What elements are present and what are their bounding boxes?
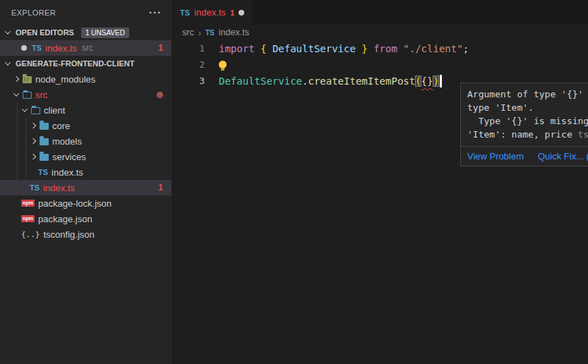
json-braces-file-icon: {..} [21,230,40,239]
tree-item-label: services [52,152,86,162]
workspace-label: GENERATE-FRONTEND-CLIENT [16,59,134,68]
open-editor-file-name: index.ts [45,43,77,54]
tree-item-node_modules[interactable]: node_modules [0,71,172,87]
tab-index-ts[interactable]: TS index.ts 1 [172,0,253,25]
indent-guide [25,133,26,149]
tree-item-label: node_modules [35,74,95,85]
breadcrumb-folder[interactable]: src [182,28,194,37]
breadcrumb-separator-icon: › [198,28,201,38]
open-editors-section-header[interactable]: OPEN EDITORS 1 UNSAVED [0,25,172,40]
folder-open-icon [31,107,40,114]
quick-fix-link[interactable]: Quick Fix... (Ctrl+.) [538,151,588,162]
typescript-file-icon: TS [180,8,190,17]
unsaved-badge: 1 UNSAVED [81,28,129,38]
folder-open-icon [23,92,32,99]
lightbulb-quickfix-icon[interactable] [219,61,227,68]
code-token: {} [421,75,433,87]
chevron-right-icon [30,154,36,159]
line-number: 2 [172,59,205,70]
breadcrumb: src › TS index.ts [172,25,588,40]
error-message-text: type 'Item'. [467,102,534,113]
chevron-right-icon [30,138,36,144]
open-editor-item-index-ts[interactable]: TS index.ts src 1 [0,40,172,56]
typescript-file-icon: TS [205,29,215,37]
tree-item-label: package.json [38,214,92,224]
error-message: Argument of type '{}' is not assignable … [461,83,588,146]
indent-guide [17,133,18,149]
editor-body: src › TS index.ts 1import { DefaultServi… [172,25,588,364]
error-message-line: Type '{}' is missing the following prope… [467,114,588,128]
open-editor-file-path: src [82,43,93,53]
folder-icon [40,154,49,161]
indent-guide [25,164,26,180]
error-message-line: type 'Item'. [467,101,588,114]
error-count-badge: 1 [158,183,163,193]
tree-item-label: package-lock.json [38,198,112,209]
tab-error-count: 1 [230,8,234,17]
folder-icon [40,138,49,145]
code-token: from [368,43,404,54]
typescript-file-icon: TS [38,168,48,176]
error-message-text: Type '{}' is missing the following prope… [467,116,588,126]
line-content[interactable]: DefaultService.createItemItemPost({}) [219,75,442,87]
explorer-sidebar: EXPLORER ··· OPEN EDITORS 1 UNSAVED TS i… [0,0,172,364]
npm-file-icon: npm [21,215,35,222]
tree-item-label: client [44,105,65,116]
tree-item-tsconfig.json[interactable]: {..}tsconfig.json [0,226,172,242]
indent-guide [17,149,18,164]
tab-file-name: index.ts [194,7,226,18]
tree-item-core[interactable]: core [0,118,172,133]
chevron-down-icon [22,106,28,111]
code-area[interactable]: 1import { DefaultService } from "./clien… [172,40,588,89]
line-number: 3 [172,75,205,86]
code-token: DefaultService [266,43,361,54]
line-number: 1 [172,43,205,54]
tree-item-services[interactable]: services [0,149,172,164]
chevron-right-icon [13,76,19,82]
typescript-file-icon: TS [32,44,42,52]
code-token: "./client" [403,43,462,54]
error-message-text: 'Item': name, price [467,129,578,140]
modified-dot-icon [21,45,27,51]
indent-guide [17,102,18,118]
tree-item-models[interactable]: models [0,133,172,149]
error-hover-tooltip: Argument of type '{}' is not assignable … [460,83,588,166]
error-message-line: Argument of type '{}' is not assignable … [467,87,588,101]
sidebar-title: EXPLORER [11,8,56,17]
more-actions-icon[interactable]: ··· [149,9,162,16]
tree-item-package.json[interactable]: npmpackage.json [0,211,172,226]
code-line-2[interactable]: 2 [172,56,588,73]
error-message-text: Argument of type '{}' is not assignable … [467,89,588,99]
workspace-section-header[interactable]: GENERATE-FRONTEND-CLIENT [0,56,172,71]
tree-item-label: core [52,121,70,131]
tree-item-index.ts[interactable]: TSindex.ts [0,164,172,180]
typescript-file-icon: TS [30,183,40,192]
indent-guide [17,164,18,180]
code-token: ) [433,75,438,87]
folder-icon [40,123,49,130]
modified-indicator-dot [157,92,163,98]
code-token: import [219,43,260,54]
chevron-down-icon [13,90,19,96]
view-problem-link[interactable]: View Problem [467,151,524,162]
sidebar-header: EXPLORER ··· [0,0,172,25]
line-content[interactable] [219,61,227,68]
tab-bar: TS index.ts 1 [172,0,588,25]
tree-item-src[interactable]: src [0,87,172,102]
chevron-right-icon [30,123,36,128]
open-editors-label: OPEN EDITORS [16,28,74,37]
error-message-line: 'Item': name, price ts(2345) [467,128,588,141]
tab-modified-dot-icon[interactable] [239,10,244,16]
tree-item-client[interactable]: client [0,102,172,118]
file-tree: node_modulessrcclientcoremodelsservicesT… [0,71,172,242]
breadcrumb-file[interactable]: index.ts [219,28,249,37]
code-line-1[interactable]: 1import { DefaultService } from "./clien… [172,40,588,56]
tree-item-index.ts[interactable]: TSindex.ts1 [0,180,172,195]
tree-item-package-lock.json[interactable]: npmpackage-lock.json [0,195,172,211]
code-token: createItemItemPost [308,75,415,87]
tree-item-label: index.ts [43,183,75,193]
error-count-badge: 1 [158,43,163,53]
code-token: DefaultService [219,75,302,87]
chevron-down-icon [5,59,11,65]
line-content[interactable]: import { DefaultService } from "./client… [219,43,469,54]
